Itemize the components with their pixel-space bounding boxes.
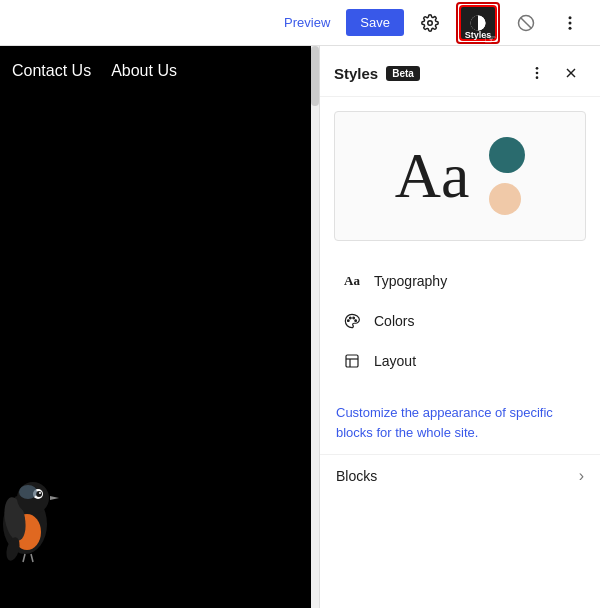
beta-badge: Beta	[386, 66, 420, 81]
svg-point-26	[353, 317, 355, 319]
color-dot-peach	[489, 183, 521, 215]
svg-point-24	[348, 320, 350, 322]
scrollbar-thumb[interactable]	[311, 46, 319, 106]
gear-icon	[421, 14, 439, 32]
svg-line-18	[31, 554, 33, 562]
no-circle-button[interactable]	[508, 5, 544, 41]
more-icon	[561, 14, 579, 32]
svg-point-13	[39, 492, 41, 494]
styles-icon	[469, 14, 487, 32]
bird-svg	[0, 454, 70, 564]
panel-header: Styles Beta	[320, 46, 600, 97]
styles-panel: Styles Beta Aa	[320, 46, 600, 608]
preview-button[interactable]: Preview	[276, 11, 338, 34]
canvas-content: Contact Us About Us	[0, 46, 311, 608]
colors-icon	[342, 311, 362, 331]
svg-point-21	[536, 76, 539, 79]
layout-icon	[342, 351, 362, 371]
bird-illustration	[0, 454, 70, 568]
svg-point-27	[355, 320, 357, 322]
svg-point-19	[536, 67, 539, 70]
main-area: Contact Us About Us	[0, 46, 600, 608]
style-preview-colors	[489, 137, 525, 215]
cursor-hand-icon: ☞	[484, 31, 497, 47]
toolbar: Preview Save Styles ☞	[0, 0, 600, 46]
svg-point-15	[19, 485, 37, 499]
colors-label: Colors	[374, 313, 414, 329]
blocks-chevron-icon: ›	[579, 467, 584, 485]
svg-marker-14	[50, 496, 59, 500]
blocks-item[interactable]: Blocks ›	[320, 454, 600, 497]
layout-menu-item[interactable]: Layout	[326, 341, 594, 381]
settings-button[interactable]	[412, 5, 448, 41]
info-text: Customize the appearance of specific blo…	[336, 403, 584, 442]
styles-button[interactable]: Styles ☞	[459, 5, 497, 41]
svg-point-4	[569, 16, 572, 19]
typography-menu-item[interactable]: Aa Typography	[326, 261, 594, 301]
svg-point-20	[536, 72, 539, 75]
svg-point-0	[428, 20, 433, 25]
colors-menu-item[interactable]: Colors	[326, 301, 594, 341]
panel-header-actions	[522, 58, 586, 88]
svg-line-3	[521, 17, 532, 28]
no-circle-icon	[517, 14, 535, 32]
style-preview-card: Aa	[334, 111, 586, 241]
typography-label: Typography	[374, 273, 447, 289]
about-us-link[interactable]: About Us	[111, 62, 177, 80]
close-icon	[563, 65, 579, 81]
contact-us-link[interactable]: Contact Us	[12, 62, 91, 80]
svg-point-6	[569, 26, 572, 29]
panel-more-icon	[529, 65, 545, 81]
svg-point-25	[350, 317, 352, 319]
panel-more-button[interactable]	[522, 58, 552, 88]
scrollbar[interactable]	[311, 46, 319, 608]
panel-title: Styles	[334, 65, 378, 82]
styles-button-wrapper: Styles ☞	[456, 2, 500, 44]
svg-rect-28	[346, 355, 358, 367]
panel-close-button[interactable]	[556, 58, 586, 88]
svg-line-17	[23, 554, 25, 562]
typography-icon: Aa	[342, 271, 362, 291]
layout-label: Layout	[374, 353, 416, 369]
more-button[interactable]	[552, 5, 588, 41]
color-dot-teal	[489, 137, 525, 173]
blocks-label: Blocks	[336, 468, 377, 484]
canvas-nav: Contact Us About Us	[0, 46, 311, 96]
info-text-section: Customize the appearance of specific blo…	[320, 387, 600, 450]
preview-aa-text: Aa	[395, 144, 470, 208]
svg-point-5	[569, 21, 572, 24]
canvas-area: Contact Us About Us	[0, 46, 320, 608]
save-button[interactable]: Save	[346, 9, 404, 36]
menu-items: Aa Typography Colors	[320, 255, 600, 387]
